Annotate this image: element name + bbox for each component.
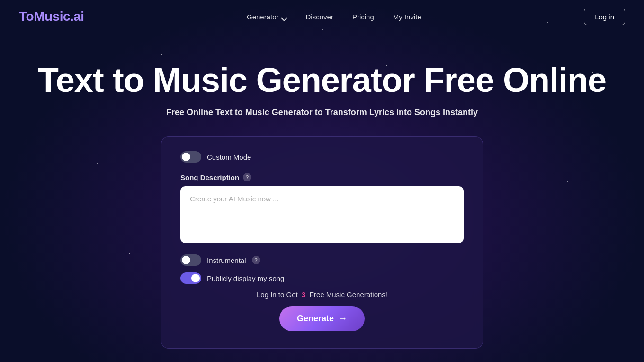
instrumental-help-icon[interactable]: ? <box>252 256 260 264</box>
chevron-down-icon <box>281 15 287 18</box>
custom-mode-track <box>180 151 201 163</box>
hero-title: Text to Music Generator Free Online <box>0 62 644 99</box>
generate-button[interactable]: Generate → <box>279 306 365 331</box>
hero-subtitle: Free Online Text to Music Generator to T… <box>0 108 644 118</box>
nav-discover[interactable]: Discover <box>306 13 333 21</box>
nav-generator[interactable]: Generator <box>247 13 287 21</box>
public-display-toggle[interactable] <box>180 272 201 284</box>
song-description-label-row: Song Description ? <box>180 173 464 181</box>
nav-pricing[interactable]: Pricing <box>352 13 374 21</box>
custom-mode-thumb <box>182 153 190 161</box>
navigation: ToMusic.ai Generator Discover Pricing My… <box>0 0 644 33</box>
public-display-row: Publicly display my song <box>180 272 464 284</box>
public-display-track <box>180 272 201 284</box>
custom-mode-toggle[interactable] <box>180 151 201 163</box>
nav-links: Generator Discover Pricing My Invite <box>247 13 421 21</box>
arrow-right-icon: → <box>339 314 347 324</box>
login-button[interactable]: Log in <box>584 9 625 25</box>
instrumental-toggle[interactable] <box>180 254 201 266</box>
nav-my-invite[interactable]: My Invite <box>393 13 421 21</box>
custom-mode-row: Custom Mode <box>180 151 464 163</box>
site-logo[interactable]: ToMusic.ai <box>19 9 84 24</box>
login-prompt: Log In to Get 3 Free Music Generations! <box>180 290 464 299</box>
instrumental-row: Instrumental ? <box>180 254 464 266</box>
song-description-help-icon[interactable]: ? <box>243 173 251 181</box>
instrumental-thumb <box>182 256 190 264</box>
hero-section: Text to Music Generator Free Online Free… <box>0 33 644 349</box>
custom-mode-label: Custom Mode <box>207 153 251 161</box>
instrumental-track <box>180 254 201 266</box>
public-display-label: Publicly display my song <box>207 274 284 282</box>
song-description-input[interactable] <box>180 186 464 243</box>
generator-card: Custom Mode Song Description ? Instrumen… <box>161 136 483 349</box>
public-display-thumb <box>191 274 200 282</box>
instrumental-label: Instrumental <box>207 256 246 264</box>
